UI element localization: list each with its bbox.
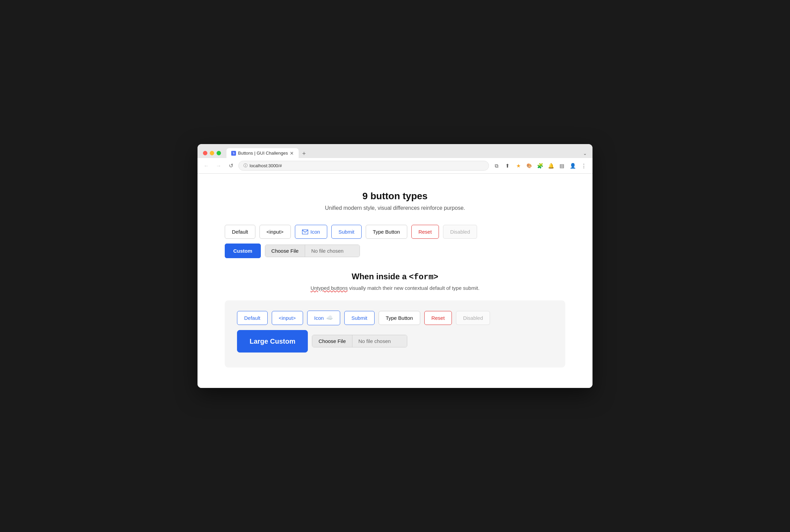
section2-button-row1: Default <input> Icon ☁️ Submit Type Butt… (237, 311, 553, 325)
icon-button-label: Icon (311, 228, 320, 235)
custom-button[interactable]: Custom (225, 244, 261, 258)
file-no-chosen-label: No file chosen (305, 245, 360, 257)
address-bar[interactable]: ⓘ localhost:3000/# (238, 161, 489, 171)
menu-icon[interactable]: ⋮ (579, 161, 588, 171)
profile-icon[interactable]: 👤 (568, 161, 578, 171)
default-button[interactable]: Default (225, 225, 255, 239)
form-type-button[interactable]: Type Button (379, 311, 420, 325)
envelope-icon (302, 230, 308, 234)
address-text: localhost:3000/# (250, 163, 282, 168)
section2-button-row2: Large Custom Choose File No file chosen (237, 330, 553, 353)
reload-button[interactable]: ↺ (226, 161, 236, 171)
form-icon-button[interactable]: Icon ☁️ (307, 311, 340, 325)
toolbar-icons: ⧉ ⬆ ★ 🎨 🧩 🔔 ▤ 👤 ⋮ (492, 161, 588, 171)
page-title: 9 button types (225, 191, 565, 202)
large-custom-button[interactable]: Large Custom (237, 330, 308, 353)
section2-subtitle: Untyped buttons visually match their new… (225, 285, 565, 291)
section2-subtitle-underlined: Untyped buttons (311, 285, 348, 291)
form-submit-button[interactable]: Submit (344, 311, 375, 325)
traffic-lights (203, 151, 221, 155)
type-button[interactable]: Type Button (366, 225, 407, 239)
section2-subtitle-normal: visually match their new contextual defa… (348, 285, 479, 291)
reset-button[interactable]: Reset (411, 225, 439, 239)
form-icon-label: Icon (314, 314, 324, 322)
section1-button-row2: Custom Choose File No file chosen (225, 244, 565, 258)
section2-title-code: <form> (409, 272, 438, 282)
file-input-wrapper: Choose File No file chosen (265, 245, 360, 257)
browser-window: 🖱 Buttons | GUI Challenges ✕ + ⌄ ← → ↺ ⓘ… (198, 144, 592, 388)
section1-button-row1: Default <input> Icon Submit Type Button … (225, 225, 565, 239)
bookmark-icon[interactable]: ★ (514, 161, 523, 171)
form-file-no-chosen-label: No file chosen (352, 335, 407, 347)
form-file-choose-button[interactable]: Choose File (312, 335, 352, 347)
form-input-button[interactable]: <input> (272, 311, 303, 325)
maximize-button[interactable] (217, 151, 221, 155)
chrome-right-controls: ⌄ (583, 151, 587, 156)
page-content: 9 button types Unified modern style, vis… (198, 174, 592, 388)
share-icon[interactable]: ⬆ (503, 161, 512, 171)
file-choose-button[interactable]: Choose File (265, 245, 305, 257)
notify-icon[interactable]: 🔔 (546, 161, 556, 171)
input-button[interactable]: <input> (259, 225, 291, 239)
tab-close-icon[interactable]: ✕ (290, 151, 294, 156)
chrome-titlebar: 🖱 Buttons | GUI Challenges ✕ + ⌄ (198, 144, 592, 158)
submit-button[interactable]: Submit (331, 225, 362, 239)
sidebar-icon[interactable]: ▤ (557, 161, 567, 171)
form-file-input-wrapper: Choose File No file chosen (312, 335, 407, 347)
tab-bar: 🖱 Buttons | GUI Challenges ✕ + (226, 148, 580, 158)
puzzle-icon[interactable]: 🧩 (535, 161, 545, 171)
tab-favicon: 🖱 (231, 151, 236, 156)
close-button[interactable] (203, 151, 207, 155)
section2-title-text: When inside a (352, 272, 409, 281)
disabled-button: Disabled (443, 225, 477, 239)
new-tab-button[interactable]: + (299, 149, 309, 158)
cloud-icon: ☁️ (326, 314, 333, 322)
icon-button[interactable]: Icon (295, 225, 327, 239)
form-section: Default <input> Icon ☁️ Submit Type Butt… (225, 300, 565, 367)
form-reset-button[interactable]: Reset (424, 311, 452, 325)
active-tab[interactable]: 🖱 Buttons | GUI Challenges ✕ (226, 148, 299, 158)
external-link-icon[interactable]: ⧉ (492, 161, 501, 171)
colorful-icon[interactable]: 🎨 (524, 161, 534, 171)
section2-title: When inside a <form> (225, 272, 565, 282)
section2-header: When inside a <form> Untyped buttons vis… (225, 272, 565, 291)
forward-button[interactable]: → (214, 161, 223, 171)
chrome-chevron-icon[interactable]: ⌄ (583, 151, 587, 156)
lock-icon: ⓘ (243, 163, 248, 169)
page-subtitle: Unified modern style, visual differences… (225, 205, 565, 211)
minimize-button[interactable] (210, 151, 214, 155)
back-button[interactable]: ← (202, 161, 211, 171)
form-default-button[interactable]: Default (237, 311, 268, 325)
chrome-toolbar: ← → ↺ ⓘ localhost:3000/# ⧉ ⬆ ★ 🎨 🧩 🔔 ▤ 👤… (198, 158, 592, 174)
tab-title: Buttons | GUI Challenges (238, 151, 288, 156)
form-disabled-button: Disabled (456, 311, 490, 325)
